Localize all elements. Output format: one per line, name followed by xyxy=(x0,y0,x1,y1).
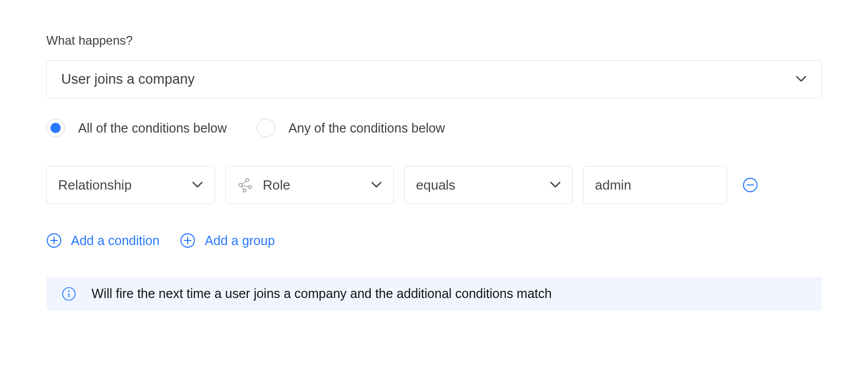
chevron-down-icon xyxy=(550,179,561,191)
chevron-down-icon xyxy=(795,73,807,85)
chevron-down-icon xyxy=(371,179,382,191)
chevron-down-icon xyxy=(192,179,203,191)
svg-point-1 xyxy=(246,179,249,182)
add-condition-button[interactable]: Add a condition xyxy=(46,233,159,248)
match-any-radio[interactable]: Any of the conditions below xyxy=(257,119,445,137)
add-group-button[interactable]: Add a group xyxy=(180,233,275,248)
condition-operator-select[interactable]: equals xyxy=(404,166,573,204)
condition-operator-value: equals xyxy=(416,177,456,193)
graph-icon xyxy=(237,177,254,193)
info-text: Will fire the next time a user joins a c… xyxy=(92,286,552,301)
condition-attribute-value: Role xyxy=(263,177,290,193)
add-condition-label: Add a condition xyxy=(71,233,159,248)
plus-circle-icon xyxy=(180,233,195,248)
radio-indicator xyxy=(46,119,65,137)
radio-label: Any of the conditions below xyxy=(288,121,445,136)
condition-row: Relationship Role equals xyxy=(46,166,822,204)
radio-indicator xyxy=(257,119,275,137)
remove-condition-button[interactable] xyxy=(743,177,758,193)
what-happens-label: What happens? xyxy=(46,33,822,48)
match-mode-group: All of the conditions below Any of the c… xyxy=(46,119,822,137)
trigger-select[interactable]: User joins a company xyxy=(46,60,822,98)
svg-line-6 xyxy=(241,186,244,189)
condition-field-value: Relationship xyxy=(58,177,132,193)
add-group-label: Add a group xyxy=(205,233,275,248)
svg-point-16 xyxy=(68,290,70,292)
svg-line-4 xyxy=(242,181,246,184)
info-banner: Will fire the next time a user joins a c… xyxy=(46,277,822,310)
info-icon xyxy=(62,287,76,301)
condition-attribute-select[interactable]: Role xyxy=(225,166,394,204)
trigger-value: User joins a company xyxy=(61,71,195,87)
condition-field-select[interactable]: Relationship xyxy=(46,166,215,204)
plus-circle-icon xyxy=(46,233,62,248)
actions-row: Add a condition Add a group xyxy=(46,233,822,248)
svg-line-5 xyxy=(242,185,248,187)
match-all-radio[interactable]: All of the conditions below xyxy=(46,119,227,137)
svg-point-2 xyxy=(248,185,251,189)
radio-label: All of the conditions below xyxy=(78,121,227,136)
condition-value-input[interactable] xyxy=(583,166,727,204)
